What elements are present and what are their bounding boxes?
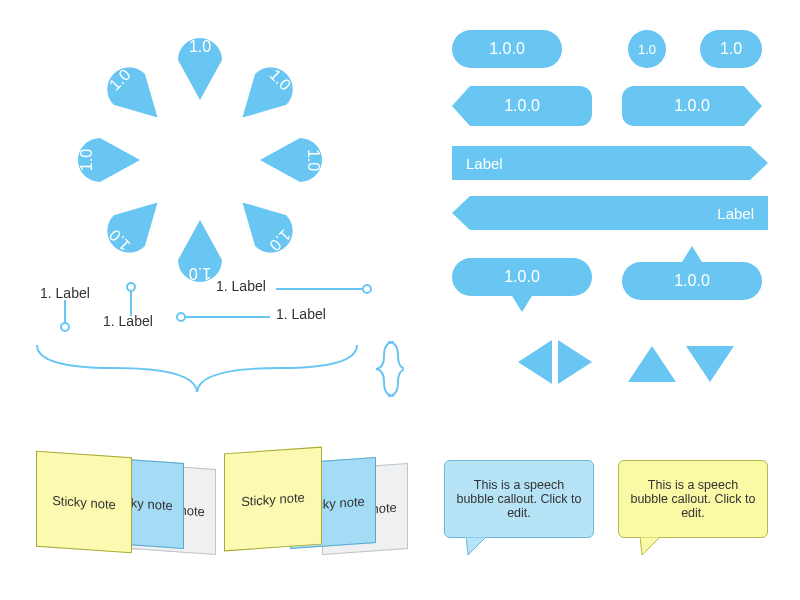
speech-bubble[interactable]: This is a speech bubble callout. Click t…	[444, 460, 594, 538]
petal[interactable]: 1.0	[80, 40, 179, 139]
pill-badge[interactable]: 1.0	[700, 30, 762, 68]
petal-label: 1.0	[304, 130, 322, 190]
marker-label[interactable]: 1. Label	[216, 278, 266, 294]
sticky-label: Sticky note	[241, 489, 305, 508]
vertical-brace-icon[interactable]	[370, 338, 404, 404]
bar-label: Label	[717, 196, 754, 230]
callout-label: 1.0.0	[622, 262, 762, 300]
speech-text: This is a speech bubble callout. Click t…	[629, 478, 757, 520]
callout-down[interactable]: 1.0.0	[452, 258, 592, 308]
badge-label: 1.0.0	[452, 86, 592, 126]
speech-text: This is a speech bubble callout. Click t…	[455, 478, 583, 520]
petal-flower: 1.0 1.0 1.0 1.0 1.0 1.0 1.0 1.0	[60, 20, 340, 300]
badge-label: 1.0.0	[622, 86, 762, 126]
speech-bubble[interactable]: This is a speech bubble callout. Click t…	[618, 460, 768, 538]
triangle-down-icon[interactable]	[686, 346, 734, 386]
petal[interactable]: 1.0	[221, 40, 320, 139]
arrow-right-badge[interactable]: 1.0.0	[622, 86, 762, 126]
pill-badge-small[interactable]: 1.0	[628, 30, 666, 68]
triangle-up-icon[interactable]	[628, 346, 676, 386]
sticky-note[interactable]: Sticky note	[224, 447, 322, 552]
sticky-note[interactable]: Sticky note	[36, 451, 132, 554]
petal[interactable]: 1.0	[221, 181, 320, 280]
petal[interactable]: 1.0	[260, 130, 340, 190]
marker-label[interactable]: 1. Label	[103, 313, 153, 329]
speech-tail-icon	[466, 537, 488, 559]
petal[interactable]: 1.0	[60, 130, 140, 190]
petal[interactable]: 1.0	[170, 20, 230, 100]
marker-label[interactable]: 1. Label	[40, 285, 90, 301]
triangle-right-icon[interactable]	[558, 340, 592, 388]
sticky-label: Sticky note	[52, 492, 116, 511]
petal[interactable]: 1.0	[80, 181, 179, 280]
petal-label: 1.0	[78, 130, 96, 190]
callout-up[interactable]: 1.0.0	[622, 244, 762, 300]
speech-tail-icon	[640, 537, 662, 559]
marker-label[interactable]: 1. Label	[276, 306, 326, 322]
petal-label: 1.0	[170, 38, 230, 56]
callout-label: 1.0.0	[452, 258, 592, 296]
bar-label: Label	[466, 146, 503, 180]
arrow-left-badge[interactable]: 1.0.0	[452, 86, 592, 126]
bar-arrow-right[interactable]: Label	[452, 146, 768, 180]
bar-arrow-left[interactable]: Label	[452, 196, 768, 230]
triangle-left-icon[interactable]	[518, 340, 552, 388]
pill-badge[interactable]: 1.0.0	[452, 30, 562, 68]
horizontal-brace-icon[interactable]	[32, 340, 362, 402]
